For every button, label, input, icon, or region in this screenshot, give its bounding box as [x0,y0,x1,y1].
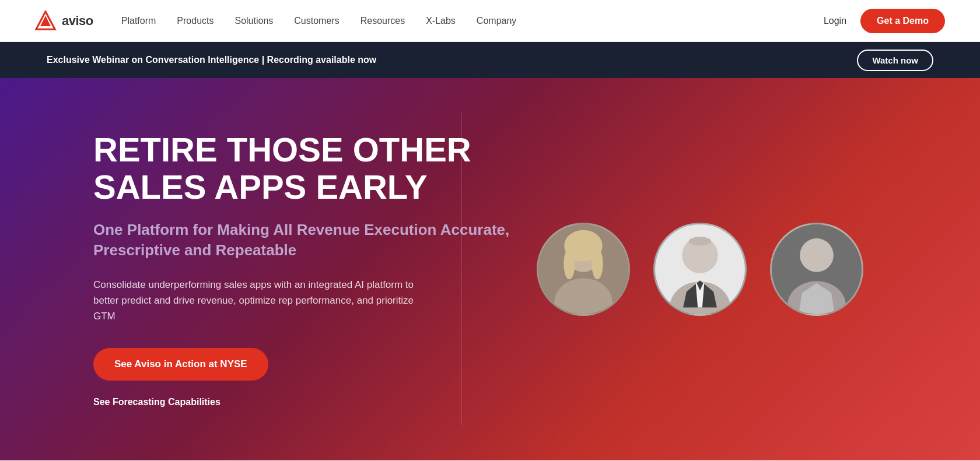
nav-company[interactable]: Company [477,16,516,26]
aviso-logo-icon [35,10,56,31]
hero-section: RETIRE THOSE OTHER SALES APPS EARLY One … [0,78,980,460]
announcement-banner: Exclusive Webinar on Conversation Intell… [0,42,980,78]
avatar-2-image [655,224,745,314]
nav-resources[interactable]: Resources [360,16,405,26]
nav-products[interactable]: Products [177,16,214,26]
hero-description: Consolidate underperforming sales apps w… [93,277,420,325]
avatar-3 [770,223,863,316]
avatar-1 [537,223,630,316]
hero-secondary-cta-link[interactable]: See Forecasting Capabilities [93,397,525,407]
svg-point-13 [800,238,834,272]
hero-primary-cta-button[interactable]: See Aviso in Action at NYSE [93,348,268,381]
hero-subheadline: One Platform for Making All Revenue Exec… [93,220,525,261]
hero-headline: RETIRE THOSE OTHER SALES APPS EARLY [93,131,525,206]
nav-platform[interactable]: Platform [121,16,156,26]
avatar-3-image [772,224,862,314]
nav-links: Platform Products Solutions Customers Re… [121,16,517,26]
watch-now-button[interactable]: Watch now [857,50,933,71]
nav-customers[interactable]: Customers [294,16,339,26]
logo-link[interactable]: aviso [35,10,93,31]
svg-point-6 [564,248,575,279]
logo-text: aviso [62,13,93,29]
avatar-2 [653,223,747,316]
navbar-left: aviso Platform Products Solutions Custom… [35,10,516,31]
get-demo-button[interactable]: Get a Demo [860,9,945,33]
avatar-1-image [538,224,628,314]
banner-text: Exclusive Webinar on Conversation Intell… [47,55,376,65]
nav-xlabs[interactable]: X-Labs [426,16,456,26]
nav-solutions[interactable]: Solutions [235,16,273,26]
hero-content: RETIRE THOSE OTHER SALES APPS EARLY One … [93,131,525,407]
svg-point-7 [592,248,603,279]
login-button[interactable]: Login [824,16,846,26]
svg-point-11 [689,237,712,245]
hero-avatars [537,223,863,316]
navbar: aviso Platform Products Solutions Custom… [0,0,980,42]
navbar-right: Login Get a Demo [824,9,945,33]
